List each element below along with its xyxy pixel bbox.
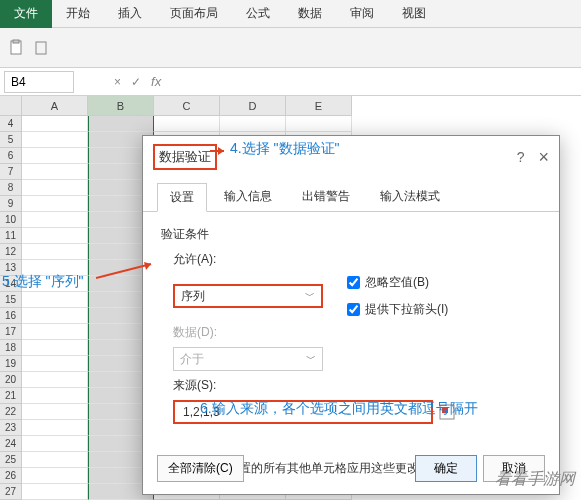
cell[interactable] bbox=[22, 484, 88, 500]
row-header[interactable]: 12 bbox=[0, 244, 22, 260]
cell[interactable] bbox=[22, 308, 88, 324]
row-header[interactable]: 20 bbox=[0, 372, 22, 388]
tab-review[interactable]: 审阅 bbox=[336, 0, 388, 28]
cell[interactable] bbox=[22, 228, 88, 244]
row-header[interactable]: 17 bbox=[0, 324, 22, 340]
help-icon[interactable]: ? bbox=[517, 149, 525, 165]
row-header[interactable]: 13 bbox=[0, 260, 22, 276]
dialog-tab-input[interactable]: 输入信息 bbox=[211, 182, 285, 211]
row-header[interactable]: 22 bbox=[0, 404, 22, 420]
tab-layout[interactable]: 页面布局 bbox=[156, 0, 232, 28]
cell[interactable] bbox=[22, 452, 88, 468]
cell[interactable] bbox=[22, 356, 88, 372]
tab-home[interactable]: 开始 bbox=[52, 0, 104, 28]
clear-all-button[interactable]: 全部清除(C) bbox=[157, 455, 244, 482]
paste-icon[interactable] bbox=[8, 39, 26, 57]
dropdown-arrow-input[interactable] bbox=[347, 303, 360, 316]
svg-rect-2 bbox=[36, 42, 46, 54]
row-header[interactable]: 16 bbox=[0, 308, 22, 324]
dialog-tab-error[interactable]: 出错警告 bbox=[289, 182, 363, 211]
clipboard-icon[interactable] bbox=[32, 39, 50, 57]
tab-data[interactable]: 数据 bbox=[284, 0, 336, 28]
close-icon[interactable]: × bbox=[538, 147, 549, 168]
tab-insert[interactable]: 插入 bbox=[104, 0, 156, 28]
cell[interactable] bbox=[88, 116, 154, 132]
tab-formula[interactable]: 公式 bbox=[232, 0, 284, 28]
cell[interactable] bbox=[154, 116, 220, 132]
col-header-a[interactable]: A bbox=[22, 96, 88, 116]
range-selector-icon[interactable] bbox=[439, 404, 455, 420]
cell[interactable] bbox=[22, 180, 88, 196]
fx-icon[interactable]: fx bbox=[151, 74, 161, 89]
cell[interactable] bbox=[22, 468, 88, 484]
cell[interactable] bbox=[22, 276, 88, 292]
row-header[interactable]: 24 bbox=[0, 436, 22, 452]
row-header[interactable]: 5 bbox=[0, 132, 22, 148]
toolbar bbox=[0, 28, 581, 68]
cell[interactable] bbox=[22, 404, 88, 420]
row-header[interactable]: 21 bbox=[0, 388, 22, 404]
row-header[interactable]: 9 bbox=[0, 196, 22, 212]
cell[interactable] bbox=[22, 132, 88, 148]
select-all-corner[interactable] bbox=[0, 96, 22, 116]
allow-label: 允许(A): bbox=[173, 251, 541, 268]
cell[interactable] bbox=[22, 292, 88, 308]
dialog-tabs: 设置 输入信息 出错警告 输入法模式 bbox=[143, 178, 559, 212]
row-header[interactable]: 23 bbox=[0, 420, 22, 436]
svg-rect-4 bbox=[442, 407, 448, 413]
cell[interactable] bbox=[22, 164, 88, 180]
col-header-e[interactable]: E bbox=[286, 96, 352, 116]
cell[interactable] bbox=[220, 116, 286, 132]
row-header[interactable]: 25 bbox=[0, 452, 22, 468]
row-header[interactable]: 4 bbox=[0, 116, 22, 132]
row-header[interactable]: 11 bbox=[0, 228, 22, 244]
cell[interactable] bbox=[22, 148, 88, 164]
col-header-b[interactable]: B bbox=[88, 96, 154, 116]
row-header[interactable]: 15 bbox=[0, 292, 22, 308]
row-header[interactable]: 26 bbox=[0, 468, 22, 484]
fx-confirm-icon[interactable]: ✓ bbox=[131, 75, 141, 89]
dialog-tab-settings[interactable]: 设置 bbox=[157, 183, 207, 212]
col-header-c[interactable]: C bbox=[154, 96, 220, 116]
tab-view[interactable]: 视图 bbox=[388, 0, 440, 28]
cell[interactable] bbox=[22, 420, 88, 436]
cell[interactable] bbox=[22, 436, 88, 452]
cell[interactable] bbox=[22, 116, 88, 132]
row-header[interactable]: 14 bbox=[0, 276, 22, 292]
name-box[interactable] bbox=[4, 71, 74, 93]
row-header[interactable]: 18 bbox=[0, 340, 22, 356]
fx-cancel-icon[interactable]: × bbox=[114, 75, 121, 89]
data-label: 数据(D): bbox=[173, 324, 541, 341]
ignore-blank-checkbox[interactable]: 忽略空值(B) bbox=[347, 274, 448, 291]
chevron-down-icon: ﹀ bbox=[306, 352, 316, 366]
cell[interactable] bbox=[22, 388, 88, 404]
svg-rect-1 bbox=[13, 40, 19, 43]
column-headers: A B C D E bbox=[0, 96, 581, 116]
dialog-titlebar: 数据验证 ? × bbox=[143, 136, 559, 178]
cell[interactable] bbox=[22, 196, 88, 212]
row-header[interactable]: 19 bbox=[0, 356, 22, 372]
source-input[interactable]: 1,2,1,3 bbox=[173, 400, 433, 424]
allow-select[interactable]: 序列 ﹀ bbox=[173, 284, 323, 308]
cell[interactable] bbox=[22, 212, 88, 228]
dropdown-arrow-checkbox[interactable]: 提供下拉箭头(I) bbox=[347, 301, 448, 318]
dialog-tab-ime[interactable]: 输入法模式 bbox=[367, 182, 453, 211]
cell[interactable] bbox=[22, 324, 88, 340]
row-header[interactable]: 6 bbox=[0, 148, 22, 164]
cell[interactable] bbox=[22, 260, 88, 276]
cell[interactable] bbox=[22, 372, 88, 388]
col-header-d[interactable]: D bbox=[220, 96, 286, 116]
row-header[interactable]: 7 bbox=[0, 164, 22, 180]
cell[interactable] bbox=[22, 340, 88, 356]
cell[interactable] bbox=[286, 116, 352, 132]
ignore-blank-input[interactable] bbox=[347, 276, 360, 289]
data-validation-dialog: 数据验证 ? × 设置 输入信息 出错警告 输入法模式 验证条件 允许(A): … bbox=[142, 135, 560, 495]
row-header[interactable]: 8 bbox=[0, 180, 22, 196]
chevron-down-icon: ﹀ bbox=[305, 289, 315, 303]
row-header[interactable]: 27 bbox=[0, 484, 22, 500]
row-header[interactable]: 10 bbox=[0, 212, 22, 228]
tab-file[interactable]: 文件 bbox=[0, 0, 52, 28]
formula-bar: × ✓ fx bbox=[0, 68, 581, 96]
ok-button[interactable]: 确定 bbox=[415, 455, 477, 482]
cell[interactable] bbox=[22, 244, 88, 260]
